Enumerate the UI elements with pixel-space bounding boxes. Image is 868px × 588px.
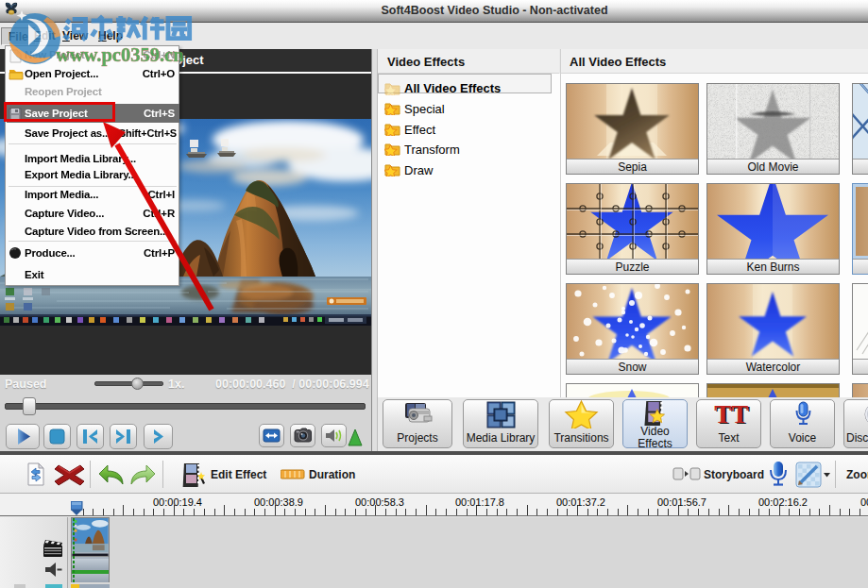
svg-text:www.pc0359.cn: www.pc0359.cn (56, 44, 184, 66)
